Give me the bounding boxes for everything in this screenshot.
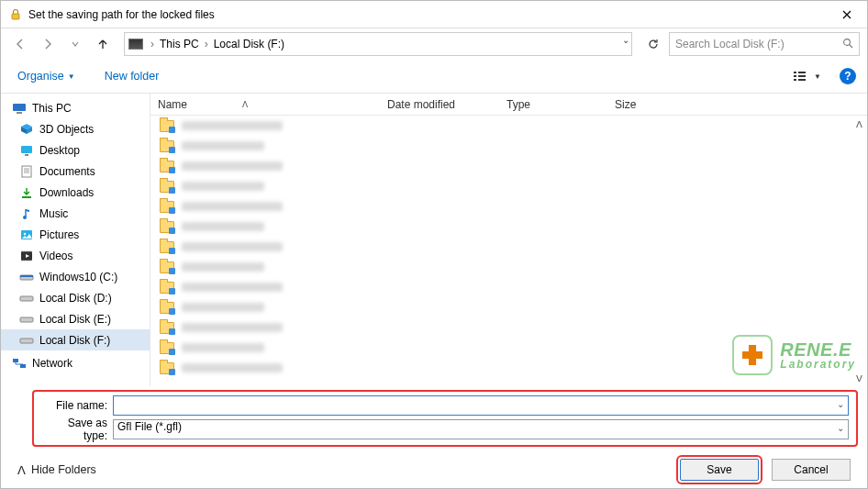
back-button[interactable] xyxy=(8,32,32,56)
forward-button[interactable] xyxy=(36,32,60,56)
col-type[interactable]: Type xyxy=(499,98,607,111)
tree-label: Pictures xyxy=(39,228,79,241)
tree-label: This PC xyxy=(32,102,72,115)
tree-3d-objects[interactable]: 3D Objects xyxy=(1,118,150,139)
tree-desktop[interactable]: Desktop xyxy=(1,139,150,161)
svg-rect-5 xyxy=(798,72,806,73)
list-item[interactable] xyxy=(150,277,867,297)
scroll-up-button[interactable]: ᐱ xyxy=(852,117,865,130)
save-button[interactable]: Save xyxy=(680,459,759,481)
list-item[interactable] xyxy=(150,136,867,156)
tree-drive-e[interactable]: Local Disk (E:) xyxy=(1,308,150,329)
help-button[interactable]: ? xyxy=(840,68,856,84)
tree-label: Videos xyxy=(39,250,72,262)
address-bar[interactable]: › This PC › Local Disk (F:) ⌄ xyxy=(124,32,632,56)
tree-music[interactable]: Music xyxy=(1,203,150,224)
drive-icon xyxy=(19,271,34,283)
list-item[interactable] xyxy=(150,176,867,196)
scroll-down-button[interactable]: ᐯ xyxy=(852,372,865,384)
svg-rect-20 xyxy=(20,296,33,301)
folder-icon xyxy=(160,221,174,233)
title-bar: Set the saving path for the locked files xyxy=(1,1,867,28)
svg-rect-4 xyxy=(794,79,796,81)
col-date[interactable]: Date modified xyxy=(380,98,499,111)
blurred-filename xyxy=(182,121,283,130)
filename-input[interactable]: ⌄ xyxy=(113,395,849,416)
tree-this-pc[interactable]: This PC xyxy=(1,97,150,118)
address-dropdown-icon[interactable]: ⌄ xyxy=(622,35,629,45)
col-size[interactable]: Size xyxy=(607,98,690,111)
breadcrumb-location[interactable]: Local Disk (F:) xyxy=(212,38,286,50)
recent-locations-button[interactable] xyxy=(63,32,87,56)
svg-rect-11 xyxy=(25,154,28,156)
tree-downloads[interactable]: Downloads xyxy=(1,182,150,203)
breadcrumb-sep-icon: › xyxy=(149,38,156,50)
svg-rect-22 xyxy=(20,339,33,343)
folder-icon xyxy=(160,322,174,334)
tree-label: Local Disk (E:) xyxy=(39,313,111,326)
nav-tree[interactable]: This PC 3D Objects Desktop Documents Dow… xyxy=(1,94,150,386)
up-button[interactable] xyxy=(91,32,115,56)
tree-pictures[interactable]: Pictures xyxy=(1,224,150,245)
view-options-button[interactable]: ▼ xyxy=(788,67,827,85)
folder-icon xyxy=(160,261,174,273)
list-item[interactable] xyxy=(150,156,867,176)
file-list[interactable]: ᐱ ᐯ xyxy=(150,116,867,386)
save-fields-highlight: File name: ⌄ Save as type: Gfl File (*.g… xyxy=(32,390,858,447)
svg-rect-7 xyxy=(798,79,806,81)
list-item[interactable] xyxy=(150,217,867,237)
organise-menu[interactable]: Organise ▼ xyxy=(12,66,81,86)
breadcrumb-sep-icon: › xyxy=(203,38,210,50)
drive-icon xyxy=(19,292,34,305)
tree-videos[interactable]: Videos xyxy=(1,245,150,266)
close-button[interactable] xyxy=(827,1,867,28)
blurred-filename xyxy=(182,222,264,231)
col-name[interactable]: Nameᐱ xyxy=(150,98,380,111)
list-item[interactable] xyxy=(150,338,867,358)
svg-rect-10 xyxy=(21,146,32,153)
svg-rect-12 xyxy=(22,166,31,177)
search-placeholder: Search Local Disk (F:) xyxy=(675,38,785,50)
refresh-button[interactable] xyxy=(641,32,665,56)
chevron-down-icon[interactable]: ⌄ xyxy=(837,423,844,433)
svg-rect-6 xyxy=(798,75,806,77)
downloads-icon xyxy=(19,186,34,199)
cancel-button[interactable]: Cancel xyxy=(772,459,851,481)
svg-rect-3 xyxy=(794,75,796,77)
list-item[interactable] xyxy=(150,297,867,317)
blurred-filename xyxy=(182,363,283,372)
folder-icon xyxy=(160,140,174,152)
svg-rect-13 xyxy=(22,196,31,198)
pc-icon xyxy=(12,102,27,115)
tree-network[interactable]: Network xyxy=(1,352,150,373)
tree-label: Local Disk (D:) xyxy=(39,292,112,305)
list-item[interactable] xyxy=(150,196,867,217)
tree-documents[interactable]: Documents xyxy=(1,161,150,182)
chevron-down-icon: ▼ xyxy=(68,72,75,81)
new-folder-label: New folder xyxy=(105,70,160,83)
search-icon xyxy=(842,38,853,51)
list-item[interactable] xyxy=(150,237,867,257)
list-item[interactable] xyxy=(150,116,867,136)
hide-folders-toggle[interactable]: ᐱ Hide Folders xyxy=(17,463,96,477)
blurred-filename xyxy=(182,343,264,352)
view-icon xyxy=(794,71,810,82)
save-type-select[interactable]: Gfl File (*.gfl) ⌄ xyxy=(113,419,849,439)
chevron-down-icon[interactable]: ⌄ xyxy=(837,399,844,409)
breadcrumb-this-pc[interactable]: This PC xyxy=(158,38,201,50)
chevron-up-icon: ᐱ xyxy=(17,463,26,477)
list-item[interactable] xyxy=(150,358,867,378)
folder-icon xyxy=(160,120,174,132)
tree-drive-d[interactable]: Local Disk (D:) xyxy=(1,287,150,308)
list-item[interactable] xyxy=(150,257,867,277)
search-input[interactable]: Search Local Disk (F:) xyxy=(669,32,860,56)
new-folder-button[interactable]: New folder xyxy=(101,66,163,86)
tree-drive-c[interactable]: Windows10 (C:) xyxy=(1,266,150,287)
hide-folders-label: Hide Folders xyxy=(31,463,96,476)
blurred-filename xyxy=(182,182,264,191)
tree-drive-f[interactable]: Local Disk (F:) xyxy=(1,329,150,350)
list-item[interactable] xyxy=(150,317,867,338)
svg-point-14 xyxy=(23,216,27,219)
tree-label: Music xyxy=(39,207,68,220)
folder-icon xyxy=(160,181,174,193)
